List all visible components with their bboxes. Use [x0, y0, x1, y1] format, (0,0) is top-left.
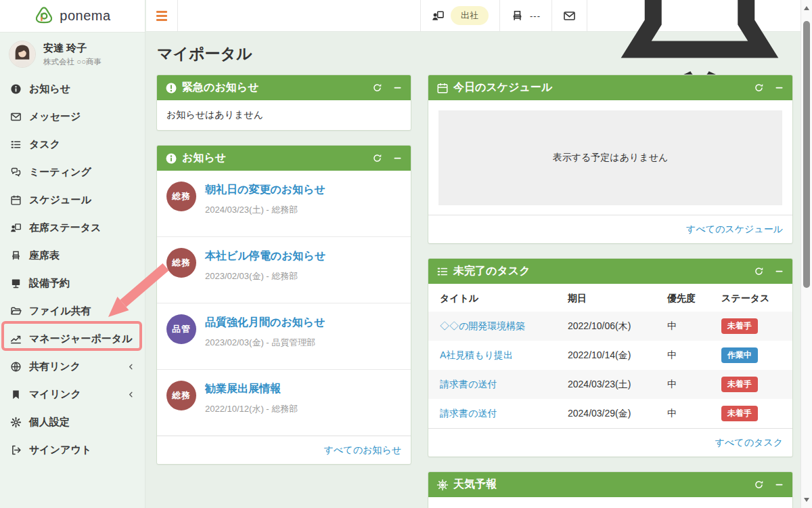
chevron-left-icon: [127, 363, 135, 371]
sidebar-item-label: 座席表: [29, 249, 60, 262]
sidebar-item-file-share[interactable]: ファイル共有: [0, 297, 145, 325]
collapse-icon[interactable]: [774, 480, 784, 490]
collapse-icon[interactable]: [774, 266, 784, 276]
sidebar-item-my-links[interactable]: マイリンク: [0, 381, 145, 408]
sidebar-item-label: 個人設定: [29, 416, 70, 429]
notice-title-link[interactable]: 朝礼日の変更のお知らせ: [205, 182, 325, 197]
tasks-table: タイトル 期日 優先度 ステータス ◇◇の開発環境構築 2022/10/06(木…: [428, 284, 792, 428]
today-schedule-card: 今日のスケジュール 表示する予定はありません すべてのスケジュール: [428, 75, 793, 244]
notifications-button[interactable]: 8: [587, 0, 812, 31]
info-circle-icon: [165, 152, 177, 165]
notice-meta: 2023/02/03(金) - 総務部: [205, 270, 325, 282]
sidebar-item-presence[interactable]: 在席ステータス: [0, 214, 145, 242]
sidebar: ponema 安達 玲子 株式会社 ○○商事 お知らせ: [0, 0, 145, 508]
chair-icon: [10, 250, 22, 261]
bookmark-icon: [10, 389, 22, 400]
envelope-icon: [10, 111, 22, 123]
emergency-notices-card: 緊急のお知らせ お知らせはありません: [156, 75, 411, 131]
task-title-link[interactable]: A社見積もり提出: [440, 350, 568, 362]
sidebar-item-label: スケジュール: [29, 194, 91, 207]
refresh-icon[interactable]: [754, 266, 764, 276]
sidebar-item-settings[interactable]: 個人設定: [0, 408, 145, 436]
presence-status-control[interactable]: 出社: [420, 0, 499, 31]
sidebar-item-news[interactable]: お知らせ: [0, 75, 145, 103]
card-title: 今日のスケジュール: [453, 81, 552, 95]
messages-button[interactable]: [551, 0, 587, 31]
sidebar-item-shared-links[interactable]: 共有リンク: [0, 353, 145, 381]
sidebar-item-messages[interactable]: メッセージ: [0, 103, 145, 131]
collapse-icon[interactable]: [392, 83, 403, 93]
notice-item: 総務 勧業展出展情報 2022/10/12(水) - 総務部: [157, 369, 411, 436]
card-header: 今日のスケジュール: [428, 75, 792, 100]
task-status-badge: 未着手: [721, 406, 758, 421]
notices-card: お知らせ 総務 朝礼日の変更のお知らせ 2024/03/23(土) - 総務部: [156, 145, 411, 465]
task-row: A社見積もり提出 2022/10/14(金) 中 作業中: [428, 341, 792, 370]
sidebar-item-label: ファイル共有: [29, 305, 91, 318]
task-due-date: 2024/03/29(金): [568, 408, 667, 420]
task-due-date: 2022/10/06(木): [568, 320, 667, 333]
all-tasks-link[interactable]: すべてのタスク: [715, 437, 783, 448]
scroll-down-arrow[interactable]: [804, 498, 809, 502]
sidebar-item-schedule[interactable]: スケジュール: [0, 186, 145, 214]
task-priority: 中: [667, 408, 721, 420]
task-priority: 中: [667, 320, 721, 333]
exclamation-circle-icon: [165, 82, 177, 94]
scroll-up-arrow[interactable]: [804, 6, 809, 10]
refresh-icon[interactable]: [372, 153, 382, 163]
gear-icon: [10, 417, 22, 428]
chat-icon: [10, 167, 22, 178]
app-logo[interactable]: ponema: [0, 0, 145, 33]
chevron-left-icon: [127, 391, 135, 398]
chair-icon: [511, 9, 524, 22]
equipment-icon: [10, 278, 22, 289]
ponema-logo-icon: [34, 6, 54, 26]
card-title: お知らせ: [182, 151, 226, 165]
notice-item: 総務 本社ビル停電のお知らせ 2023/02/03(金) - 総務部: [157, 236, 411, 303]
user-profile: 安達 玲子 株式会社 ○○商事: [0, 33, 145, 74]
task-list-icon: [436, 266, 449, 278]
sidebar-item-equipment[interactable]: 設備予約: [0, 270, 145, 297]
column-header: ステータス: [721, 293, 781, 305]
card-title: 天気予報: [453, 478, 497, 492]
notice-category-badge: 総務: [166, 182, 196, 211]
collapse-icon[interactable]: [392, 153, 403, 163]
all-notices-link[interactable]: すべてのお知らせ: [324, 444, 401, 455]
hamburger-menu-button[interactable]: [146, 0, 178, 31]
task-row: ◇◇の開発環境構築 2022/10/06(木) 中 未着手: [428, 312, 792, 341]
collapse-icon[interactable]: [774, 83, 784, 93]
tasks-table-header: タイトル 期日 優先度 ステータス: [428, 284, 792, 312]
seat-control[interactable]: ---: [499, 0, 551, 31]
sidebar-item-label: ミーティング: [29, 166, 91, 179]
refresh-icon[interactable]: [754, 83, 764, 93]
notice-meta: 2022/10/12(水) - 総務部: [205, 403, 298, 415]
notice-title-link[interactable]: 勧業展出展情報: [205, 381, 298, 396]
sidebar-item-tasks[interactable]: タスク: [0, 131, 145, 158]
notice-title-link[interactable]: 品質強化月間のお知らせ: [205, 314, 325, 330]
sidebar-item-label: 設備予約: [29, 277, 70, 290]
task-due-date: 2024/03/23(土): [568, 379, 667, 391]
task-title-link[interactable]: 請求書の送付: [440, 379, 568, 391]
sidebar-item-meeting[interactable]: ミーティング: [0, 158, 145, 186]
task-row: 請求書の送付 2024/03/23(土) 中 未着手: [428, 370, 792, 399]
sidebar-item-manager-portal[interactable]: マネージャーポータル: [0, 325, 145, 353]
notice-title-link[interactable]: 本社ビル停電のお知らせ: [205, 248, 325, 263]
presence-icon: [432, 9, 445, 22]
all-schedules-link[interactable]: すべてのスケジュール: [686, 224, 783, 234]
task-title-link[interactable]: ◇◇の開発環境構築: [440, 320, 568, 333]
task-priority: 中: [667, 379, 721, 391]
column-header: 優先度: [667, 293, 721, 305]
notice-meta: 2023/02/03(金) - 品質管理部: [205, 337, 325, 349]
refresh-icon[interactable]: [754, 480, 764, 490]
task-title-link[interactable]: 請求書の送付: [440, 408, 568, 420]
status-badge[interactable]: 出社: [451, 6, 489, 25]
card-header: 天気予報: [428, 472, 792, 497]
vertical-scrollbar[interactable]: [800, 0, 812, 508]
folder-icon: [10, 305, 22, 317]
refresh-icon[interactable]: [372, 83, 382, 93]
sidebar-item-signout[interactable]: サインアウト: [0, 436, 145, 464]
notice-category-badge: 総務: [166, 381, 196, 410]
globe-icon: [10, 361, 22, 373]
main-content: マイポータル 緊急のお知らせ お知らせはありません お知らせ: [146, 33, 812, 508]
sidebar-item-seating[interactable]: 座席表: [0, 242, 145, 270]
scrollbar-thumb[interactable]: [803, 21, 810, 288]
